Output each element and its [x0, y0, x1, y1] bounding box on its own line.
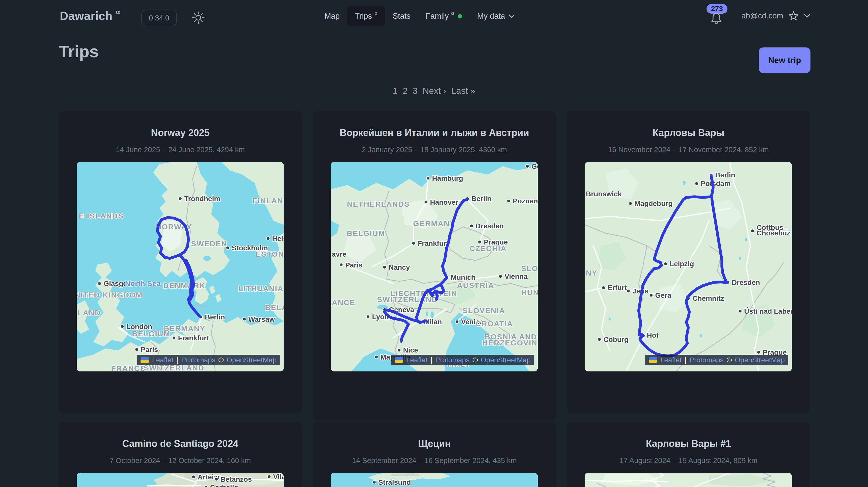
family-online-dot: [458, 14, 462, 19]
protomaps-link[interactable]: Protomaps: [689, 356, 723, 364]
svg-text:E ISLANDS: E ISLANDS: [79, 212, 124, 220]
alpha-badge: α: [374, 10, 377, 16]
svg-text:Helsin: Helsin: [272, 235, 284, 243]
pagination-link[interactable]: Last »: [451, 86, 475, 96]
svg-text:DENMARK: DENMARK: [163, 281, 206, 290]
trip-card[interactable]: Camino de Santiago 20247 October 2024 – …: [59, 422, 302, 487]
nav-item-label: Map: [324, 11, 340, 21]
trip-card[interactable]: Карловы Вары16 November 2024 – 17 Novemb…: [567, 111, 810, 413]
svg-text:Gera: Gera: [655, 292, 671, 299]
svg-text:Frankfurt: Frankfurt: [178, 334, 209, 342]
user-email: ab@cd.com: [741, 11, 783, 21]
svg-text:Ústí nad Labem: Ústí nad Labem: [744, 307, 792, 315]
trip-card[interactable]: Карловы Вары #117 August 2024 – 19 Augus…: [567, 422, 810, 487]
trip-map[interactable]: Stralsund: [331, 473, 538, 487]
star-icon[interactable]: [788, 10, 799, 22]
svg-text:Hof: Hof: [647, 331, 659, 339]
nav-item-trips[interactable]: Tripsα: [347, 6, 385, 26]
svg-text:HERZEGOVINA: HERZEGOVINA: [483, 339, 538, 347]
nav-item-label: Stats: [393, 11, 410, 21]
svg-text:UNITED KINGDOM: UNITED KINGDOM: [77, 291, 143, 299]
chevron-down-icon: [804, 14, 810, 18]
svg-text:Vila: Vila: [273, 473, 284, 481]
svg-text:Frankfurt: Frankfurt: [417, 240, 448, 247]
svg-text:LITHUANIA: LITHUANIA: [238, 284, 284, 293]
svg-text:Chemnitz: Chemnitz: [692, 295, 724, 302]
trip-title: Norway 2025: [151, 126, 210, 139]
svg-text:Stralsund: Stralsund: [378, 479, 411, 486]
trip-dates: 17 August 2024 – 19 August 2024, 809 km: [585, 456, 792, 465]
svg-text:Berlin: Berlin: [715, 171, 735, 179]
pagination-link[interactable]: 1: [393, 86, 397, 96]
svg-text:avre: avre: [332, 250, 346, 258]
openstreetmap-link[interactable]: OpenStreetMap: [226, 356, 277, 364]
pagination-link[interactable]: Next ›: [423, 86, 446, 96]
version-badge: 0.34.0: [141, 9, 177, 26]
svg-text:HUNG: HUNG: [521, 288, 538, 297]
trip-title: Карловы Вары: [652, 126, 724, 139]
nav-item-family[interactable]: Familyα: [418, 6, 470, 26]
trip-card[interactable]: Norway 202514 June 2025 – 24 June 2025, …: [59, 111, 302, 413]
svg-text:LAND: LAND: [78, 309, 101, 317]
svg-text:Chóśebuz: Chóśebuz: [757, 229, 790, 237]
pagination-link[interactable]: 3: [412, 86, 417, 96]
attribution-separator: |: [685, 356, 686, 364]
trip-dates: 16 November 2024 – 17 November 2024, 852…: [585, 145, 792, 154]
theme-toggle-button[interactable]: [192, 11, 205, 25]
svg-text:Brunswick: Brunswick: [586, 190, 622, 198]
svg-text:Nice: Nice: [403, 346, 418, 354]
nav-item-map[interactable]: Map: [317, 6, 347, 26]
svg-text:ESTONIA: ESTONIA: [256, 250, 284, 258]
pagination-link[interactable]: 2: [403, 86, 407, 96]
chevron-down-icon: [509, 14, 515, 18]
notifications-button[interactable]: 273: [707, 3, 737, 31]
openstreetmap-link[interactable]: OpenStreetMap: [481, 356, 531, 364]
copyright-symbol: ©: [727, 356, 732, 364]
pagination: 123Next ›Last »: [0, 86, 868, 96]
trip-card[interactable]: Воркейшен в Италии и лыжи в Австрии2 Jan…: [313, 111, 556, 421]
nav-item-my-data[interactable]: My data: [470, 6, 522, 26]
alpha-badge: α: [116, 8, 120, 16]
protomaps-link[interactable]: Protomaps: [435, 356, 469, 364]
trip-map[interactable]: [585, 473, 792, 487]
copyright-symbol: ©: [473, 356, 478, 364]
trip-card[interactable]: Щецин14 September 2024 – 16 September 20…: [313, 422, 556, 487]
leaflet-link[interactable]: Leaflet: [660, 356, 682, 364]
svg-text:Paris: Paris: [345, 261, 363, 269]
svg-text:CZECHIA: CZECHIA: [470, 244, 507, 252]
svg-text:Erfurt: Erfurt: [608, 284, 627, 292]
map-attribution: Leaflet|Protomaps©OpenStreetMap: [137, 355, 280, 365]
leaflet-link[interactable]: Leaflet: [406, 356, 428, 364]
attribution-separator: |: [176, 356, 178, 364]
trip-map[interactable]: ArteixoBetanzosVilaCarballo: [77, 473, 284, 487]
nav-item-stats[interactable]: Stats: [385, 6, 418, 26]
svg-text:Trondheim: Trondheim: [184, 195, 220, 203]
svg-text:BELGIUM: BELGIUM: [347, 229, 385, 238]
sun-icon: [192, 11, 205, 25]
trip-dates: 14 September 2024 – 16 September 2024, 4…: [331, 456, 538, 465]
trip-map[interactable]: GdHamburgNETHERLANDSHanoverBerlinPoznanG…: [331, 162, 538, 371]
trip-dates: 7 October 2024 – 12 October 2024, 160 km: [77, 456, 284, 465]
svg-text:SWEDEN: SWEDEN: [191, 240, 227, 248]
svg-text:FINLAND: FINLAND: [253, 196, 284, 205]
svg-text:NY: NY: [586, 269, 597, 277]
svg-text:Vienna: Vienna: [504, 273, 528, 280]
svg-text:Potsdam: Potsdam: [701, 180, 731, 187]
svg-text:SLOVA: SLOVA: [521, 264, 538, 273]
protomaps-link[interactable]: Protomaps: [181, 356, 215, 364]
trip-title: Щецин: [418, 437, 451, 450]
trip-map[interactable]: E ISLANDSTrondheimFINLANDNORWAYSWEDENSto…: [77, 162, 284, 371]
svg-text:GERMANY: GERMANY: [413, 219, 455, 227]
svg-text:Berlin: Berlin: [471, 195, 491, 203]
account-menu[interactable]: ab@cd.com: [741, 10, 810, 22]
svg-text:AUSTRIA: AUSTRIA: [457, 281, 494, 290]
main-nav: MapTripsαStatsFamilyαMy data: [317, 6, 522, 26]
app-logo[interactable]: Dawarich α: [60, 9, 120, 23]
svg-text:Carballo: Carballo: [210, 484, 239, 487]
svg-text:Betanzos: Betanzos: [220, 476, 252, 483]
openstreetmap-link[interactable]: OpenStreetMap: [735, 356, 785, 364]
map-attribution: Leaflet|Protomaps©OpenStreetMap: [391, 355, 534, 365]
trip-map[interactable]: BerlinPotsdamBrunswickMagdeburgCottbus -…: [585, 162, 792, 371]
leaflet-link[interactable]: Leaflet: [152, 356, 173, 364]
new-trip-button[interactable]: New trip: [759, 48, 810, 73]
